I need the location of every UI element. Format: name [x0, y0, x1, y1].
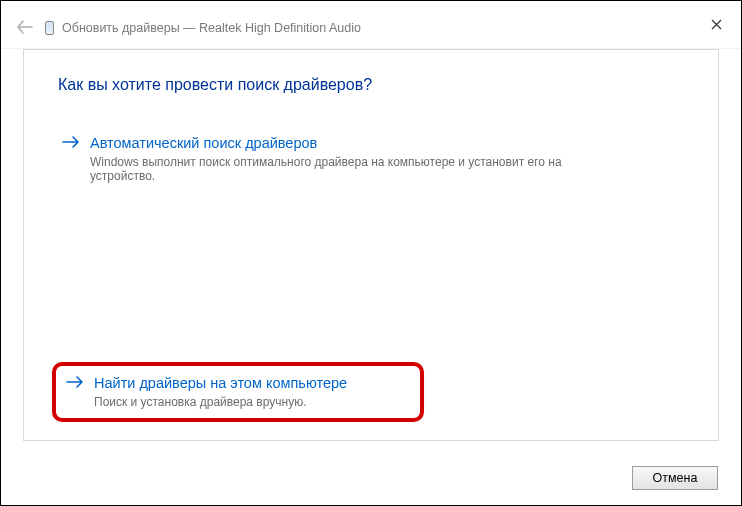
option-auto-desc: Windows выполнит поиск оптимального драй… [90, 155, 630, 183]
option-browse-title: Найти драйверы на этом компьютере [94, 374, 347, 393]
arrow-right-icon [62, 134, 80, 153]
close-button[interactable] [693, 9, 739, 41]
option-auto-search[interactable]: Автоматический поиск драйверов Windows в… [58, 128, 684, 189]
arrow-right-icon [66, 374, 84, 393]
window-title: Обновить драйверы — Realtek High Definit… [62, 21, 361, 35]
back-arrow-icon[interactable] [15, 18, 35, 39]
close-icon [711, 19, 722, 30]
header-row: Обновить драйверы — Realtek High Definit… [1, 13, 741, 43]
option-browse-desc: Поиск и установка драйвера вручную. [94, 395, 347, 409]
highlight-annotation: Найти драйверы на этом компьютере Поиск … [52, 362, 424, 422]
cancel-button[interactable]: Отмена [632, 466, 718, 490]
page-heading: Как вы хотите провести поиск драйверов? [58, 76, 684, 94]
device-icon [45, 21, 54, 35]
footer: Отмена [632, 466, 718, 490]
option-auto-title: Автоматический поиск драйверов [90, 134, 630, 153]
option-browse-local[interactable]: Найти драйверы на этом компьютере Поиск … [66, 372, 410, 411]
content-panel: Как вы хотите провести поиск драйверов? … [23, 49, 719, 441]
